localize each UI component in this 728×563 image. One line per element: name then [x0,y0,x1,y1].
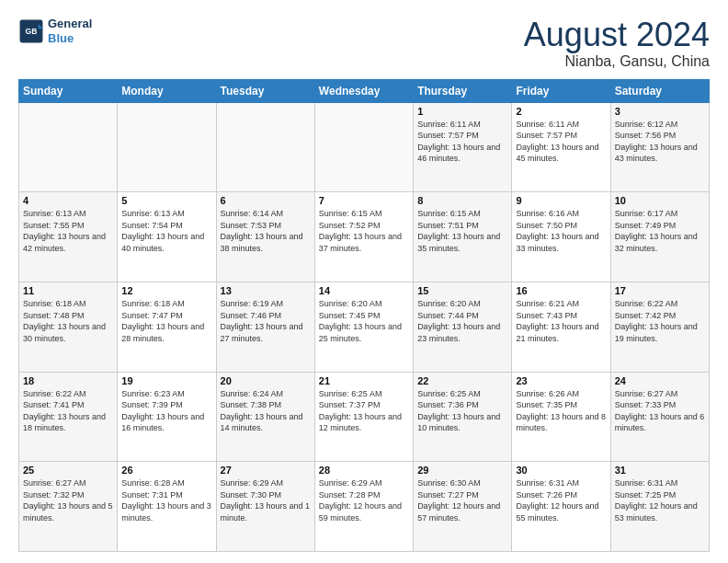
calendar-cell: 29 Sunrise: 6:30 AMSunset: 7:27 PMDaylig… [414,462,512,552]
calendar-cell: 17 Sunrise: 6:22 AMSunset: 7:42 PMDaylig… [610,282,709,372]
day-number: 16 [516,285,606,296]
page: GB General Blue August 2024 Nianba, Gans… [0,0,728,563]
calendar-cell: 5 Sunrise: 6:13 AMSunset: 7:54 PMDayligh… [118,192,216,282]
day-number: 30 [516,465,606,476]
calendar-table: Sunday Monday Tuesday Wednesday Thursday… [18,79,710,552]
header-tuesday: Tuesday [216,79,314,102]
day-info: Sunrise: 6:15 AMSunset: 7:51 PMDaylight:… [417,209,500,253]
day-number: 5 [121,195,211,206]
calendar-cell: 25 Sunrise: 6:27 AMSunset: 7:32 PMDaylig… [19,462,118,552]
day-number: 9 [516,195,606,206]
day-number: 11 [23,285,113,296]
day-number: 20 [221,375,311,386]
calendar-cell: 10 Sunrise: 6:17 AMSunset: 7:49 PMDaylig… [610,192,709,282]
calendar-cell: 24 Sunrise: 6:27 AMSunset: 7:33 PMDaylig… [610,372,709,462]
week-row-1: 1 Sunrise: 6:11 AMSunset: 7:57 PMDayligh… [19,102,710,192]
day-number: 29 [417,465,507,476]
day-info: Sunrise: 6:15 AMSunset: 7:52 PMDaylight:… [319,209,402,253]
day-number: 28 [319,465,409,476]
calendar-cell: 22 Sunrise: 6:25 AMSunset: 7:36 PMDaylig… [414,372,512,462]
calendar-cell [314,102,413,192]
calendar-cell [216,102,314,192]
day-info: Sunrise: 6:27 AMSunset: 7:33 PMDaylight:… [615,389,705,433]
day-info: Sunrise: 6:11 AMSunset: 7:57 PMDaylight:… [417,120,500,164]
day-number: 15 [417,285,507,296]
header-friday: Friday [512,79,610,102]
day-number: 7 [319,195,409,206]
day-info: Sunrise: 6:29 AMSunset: 7:28 PMDaylight:… [319,478,402,523]
day-number: 18 [23,375,113,386]
calendar-cell: 20 Sunrise: 6:24 AMSunset: 7:38 PMDaylig… [216,372,314,462]
day-number: 24 [615,375,705,386]
calendar-cell: 15 Sunrise: 6:20 AMSunset: 7:44 PMDaylig… [414,282,512,372]
day-info: Sunrise: 6:13 AMSunset: 7:54 PMDaylight:… [121,209,204,253]
calendar-cell: 31 Sunrise: 6:31 AMSunset: 7:25 PMDaylig… [610,462,709,552]
day-number: 26 [121,465,211,476]
calendar-cell: 11 Sunrise: 6:18 AMSunset: 7:48 PMDaylig… [19,282,118,372]
logo: GB General Blue [18,17,92,45]
calendar-cell: 28 Sunrise: 6:29 AMSunset: 7:28 PMDaylig… [314,462,413,552]
calendar-cell: 12 Sunrise: 6:18 AMSunset: 7:47 PMDaylig… [118,282,216,372]
week-row-3: 11 Sunrise: 6:18 AMSunset: 7:48 PMDaylig… [19,282,710,372]
header: GB General Blue August 2024 Nianba, Gans… [18,17,710,70]
calendar-cell: 27 Sunrise: 6:29 AMSunset: 7:30 PMDaylig… [216,462,314,552]
day-info: Sunrise: 6:26 AMSunset: 7:35 PMDaylight:… [516,389,606,433]
day-number: 31 [615,465,705,476]
day-number: 27 [221,465,311,476]
calendar-cell: 7 Sunrise: 6:15 AMSunset: 7:52 PMDayligh… [314,192,413,282]
calendar-cell: 9 Sunrise: 6:16 AMSunset: 7:50 PMDayligh… [512,192,610,282]
calendar-cell: 4 Sunrise: 6:13 AMSunset: 7:55 PMDayligh… [19,192,118,282]
day-info: Sunrise: 6:25 AMSunset: 7:37 PMDaylight:… [319,389,402,433]
title-block: August 2024 Nianba, Gansu, China [524,17,710,70]
day-number: 21 [319,375,409,386]
header-sunday: Sunday [19,79,118,102]
calendar-cell: 6 Sunrise: 6:14 AMSunset: 7:53 PMDayligh… [216,192,314,282]
day-info: Sunrise: 6:22 AMSunset: 7:41 PMDaylight:… [23,389,106,433]
day-number: 10 [615,195,705,206]
calendar-cell: 21 Sunrise: 6:25 AMSunset: 7:37 PMDaylig… [314,372,413,462]
day-number: 4 [23,195,113,206]
day-info: Sunrise: 6:25 AMSunset: 7:36 PMDaylight:… [417,389,500,433]
calendar-cell: 2 Sunrise: 6:11 AMSunset: 7:57 PMDayligh… [512,102,610,192]
day-info: Sunrise: 6:24 AMSunset: 7:38 PMDaylight:… [221,389,303,433]
day-number: 1 [417,106,507,117]
day-info: Sunrise: 6:20 AMSunset: 7:44 PMDaylight:… [417,299,500,343]
weekday-header-row: Sunday Monday Tuesday Wednesday Thursday… [19,79,710,102]
subtitle: Nianba, Gansu, China [524,53,710,70]
calendar-cell: 23 Sunrise: 6:26 AMSunset: 7:35 PMDaylig… [512,372,610,462]
calendar-cell: 19 Sunrise: 6:23 AMSunset: 7:39 PMDaylig… [118,372,216,462]
day-number: 25 [23,465,113,476]
calendar-cell: 18 Sunrise: 6:22 AMSunset: 7:41 PMDaylig… [19,372,118,462]
day-info: Sunrise: 6:28 AMSunset: 7:31 PMDaylight:… [121,478,211,523]
day-info: Sunrise: 6:14 AMSunset: 7:53 PMDaylight:… [221,209,303,253]
day-info: Sunrise: 6:11 AMSunset: 7:57 PMDaylight:… [516,120,598,164]
day-number: 13 [221,285,311,296]
week-row-4: 18 Sunrise: 6:22 AMSunset: 7:41 PMDaylig… [19,372,710,462]
day-info: Sunrise: 6:27 AMSunset: 7:32 PMDaylight:… [23,478,113,523]
week-row-5: 25 Sunrise: 6:27 AMSunset: 7:32 PMDaylig… [19,462,710,552]
day-number: 6 [221,195,311,206]
header-thursday: Thursday [414,79,512,102]
day-info: Sunrise: 6:18 AMSunset: 7:48 PMDaylight:… [23,299,106,343]
day-info: Sunrise: 6:18 AMSunset: 7:47 PMDaylight:… [121,299,204,343]
day-info: Sunrise: 6:12 AMSunset: 7:56 PMDaylight:… [615,120,698,164]
header-monday: Monday [118,79,216,102]
day-number: 19 [121,375,211,386]
day-number: 12 [121,285,211,296]
day-number: 8 [417,195,507,206]
day-info: Sunrise: 6:31 AMSunset: 7:25 PMDaylight:… [615,478,698,523]
day-info: Sunrise: 6:16 AMSunset: 7:50 PMDaylight:… [516,209,598,253]
calendar-cell: 30 Sunrise: 6:31 AMSunset: 7:26 PMDaylig… [512,462,610,552]
calendar-cell: 8 Sunrise: 6:15 AMSunset: 7:51 PMDayligh… [414,192,512,282]
main-title: August 2024 [524,17,710,53]
calendar-cell: 14 Sunrise: 6:20 AMSunset: 7:45 PMDaylig… [314,282,413,372]
logo-text: General Blue [48,17,92,45]
calendar-cell: 13 Sunrise: 6:19 AMSunset: 7:46 PMDaylig… [216,282,314,372]
day-info: Sunrise: 6:23 AMSunset: 7:39 PMDaylight:… [121,389,204,433]
calendar-cell: 16 Sunrise: 6:21 AMSunset: 7:43 PMDaylig… [512,282,610,372]
day-number: 17 [615,285,705,296]
day-info: Sunrise: 6:20 AMSunset: 7:45 PMDaylight:… [319,299,402,343]
header-wednesday: Wednesday [314,79,413,102]
svg-text:GB: GB [26,27,38,36]
calendar-cell: 26 Sunrise: 6:28 AMSunset: 7:31 PMDaylig… [118,462,216,552]
